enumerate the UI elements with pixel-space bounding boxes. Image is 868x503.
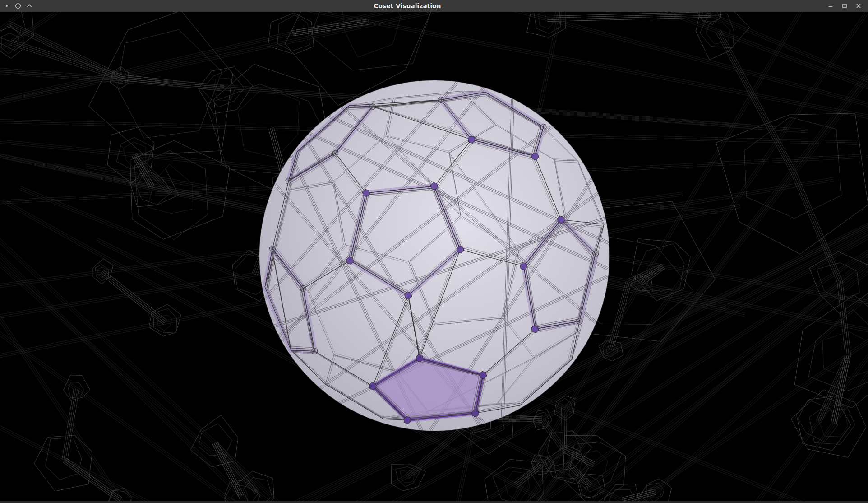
record-circle-icon[interactable] [15,3,21,9]
status-dot-icon [4,3,10,9]
minimize-button[interactable] [827,2,834,9]
maximize-button[interactable] [841,2,848,9]
window-bottom-border [0,501,868,503]
close-button[interactable] [855,2,862,9]
app-window: Coset Visualization [0,0,868,503]
window-controls [827,2,868,9]
chevron-up-icon[interactable] [26,3,32,9]
coset-3d-scene[interactable] [0,12,868,503]
window-title: Coset Visualization [0,0,815,12]
titlebar-left-icons [0,3,32,9]
titlebar[interactable]: Coset Visualization [0,0,868,12]
viewport-3d[interactable] [0,12,868,503]
